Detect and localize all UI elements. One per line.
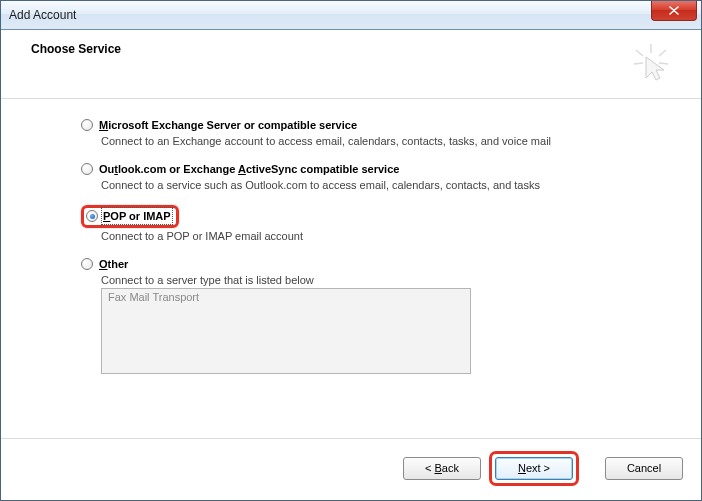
add-account-window: Add Account Choose Service [0, 0, 702, 501]
radio-pop-imap[interactable] [86, 210, 98, 222]
other-server-listbox: Fax Mail Transport [101, 288, 471, 374]
svg-line-3 [634, 63, 643, 64]
titlebar: Add Account [1, 1, 701, 30]
wizard-footer: < Back Next > Cancel [1, 438, 701, 500]
option-outlookcom-desc: Connect to a service such as Outlook.com… [101, 179, 661, 191]
radio-outlookcom[interactable] [81, 163, 93, 175]
option-exchange-label[interactable]: Microsoft Exchange Server or compatible … [99, 117, 357, 133]
highlight-pop-imap: POP or IMAP [81, 205, 179, 228]
options-area: Microsoft Exchange Server or compatible … [1, 99, 701, 438]
option-other-desc: Connect to a server type that is listed … [101, 274, 661, 286]
option-exchange: Microsoft Exchange Server or compatible … [81, 117, 661, 147]
option-exchange-desc: Connect to an Exchange account to access… [101, 135, 661, 147]
option-outlookcom-label[interactable]: Outlook.com or Exchange ActiveSync compa… [99, 161, 399, 177]
list-item: Fax Mail Transport [108, 291, 464, 303]
option-other-label[interactable]: Other [99, 256, 128, 272]
option-pop-imap-label[interactable]: POP or IMAP [102, 208, 172, 224]
highlight-next: Next > [489, 451, 579, 486]
cancel-button[interactable]: Cancel [605, 457, 683, 480]
page-title: Choose Service [31, 42, 121, 56]
svg-line-2 [659, 50, 666, 56]
window-title: Add Account [9, 8, 76, 22]
option-outlookcom: Outlook.com or Exchange ActiveSync compa… [81, 161, 661, 191]
cursor-click-icon [631, 42, 681, 82]
next-button[interactable]: Next > [495, 457, 573, 480]
wizard-header: Choose Service [1, 30, 701, 99]
window-buttons [651, 1, 697, 21]
radio-other[interactable] [81, 258, 93, 270]
close-button[interactable] [651, 1, 697, 21]
svg-line-1 [636, 50, 643, 56]
option-pop-imap: POP or IMAP Connect to a POP or IMAP ema… [81, 205, 661, 242]
svg-line-4 [659, 63, 668, 64]
back-button[interactable]: < Back [403, 457, 481, 480]
option-pop-imap-desc: Connect to a POP or IMAP email account [101, 230, 661, 242]
option-other: Other Connect to a server type that is l… [81, 256, 661, 374]
radio-exchange[interactable] [81, 119, 93, 131]
close-icon [669, 6, 679, 15]
